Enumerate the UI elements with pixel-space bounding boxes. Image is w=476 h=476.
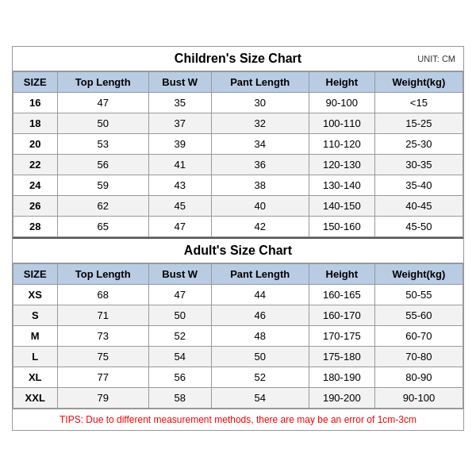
table-cell: 26: [13, 195, 58, 216]
table-row: 28654742150-16045-50: [13, 216, 463, 236]
table-cell: 140-150: [309, 195, 374, 216]
table-cell: 34: [211, 133, 309, 154]
adult-col-top-length: Top Length: [57, 263, 148, 284]
table-cell: 65: [57, 216, 148, 236]
table-cell: 36: [211, 154, 309, 175]
table-row: 18503732100-11015-25: [13, 113, 463, 133]
table-cell: 120-130: [309, 154, 374, 175]
table-row: 20533934110-12025-30: [13, 133, 463, 154]
table-cell: 46: [211, 305, 309, 325]
table-cell: 47: [148, 216, 211, 236]
adult-col-pant: Pant Length: [211, 263, 309, 284]
table-cell: 59: [57, 175, 148, 195]
table-row: 26624540140-15040-45: [13, 195, 463, 216]
table-cell: 62: [57, 195, 148, 216]
table-cell: 80-90: [374, 367, 463, 387]
table-cell: 39: [148, 133, 211, 154]
table-cell: <15: [374, 92, 463, 113]
adult-col-weight: Weight(kg): [374, 263, 463, 284]
adult-col-bust: Bust W: [148, 263, 211, 284]
children-col-pant: Pant Length: [211, 71, 309, 92]
table-cell: 43: [148, 175, 211, 195]
children-unit-label: UNIT: CM: [417, 54, 455, 63]
table-cell: 32: [211, 113, 309, 133]
table-cell: 56: [57, 154, 148, 175]
table-cell: XXL: [13, 387, 58, 408]
adult-chart-title-row: Adult's Size Chart: [13, 239, 463, 263]
size-chart-container: Children's Size Chart UNIT: CM SIZE Top …: [12, 46, 464, 431]
adult-chart-title: Adult's Size Chart: [184, 244, 292, 258]
table-cell: 160-165: [309, 284, 374, 305]
table-cell: 77: [57, 367, 148, 387]
table-cell: 53: [57, 133, 148, 154]
table-cell: 40: [211, 195, 309, 216]
children-header-row: SIZE Top Length Bust W Pant Length Heigh…: [13, 71, 463, 92]
table-cell: S: [13, 305, 58, 325]
table-cell: 90-100: [374, 387, 463, 408]
table-cell: 15-25: [374, 113, 463, 133]
table-cell: 70-80: [374, 346, 463, 367]
adult-chart-section: Adult's Size Chart SIZE Top Length Bust …: [13, 237, 463, 409]
table-cell: 38: [211, 175, 309, 195]
table-cell: 16: [13, 92, 58, 113]
table-cell: 35-40: [374, 175, 463, 195]
table-cell: 100-110: [309, 113, 374, 133]
table-cell: 160-170: [309, 305, 374, 325]
adult-col-size: SIZE: [13, 263, 58, 284]
table-cell: XL: [13, 367, 58, 387]
table-cell: 170-175: [309, 325, 374, 346]
adult-col-height: Height: [309, 263, 374, 284]
table-cell: 90-100: [309, 92, 374, 113]
table-row: 1647353090-100<15: [13, 92, 463, 113]
table-row: XS684744160-16550-55: [13, 284, 463, 305]
table-row: XL775652180-19080-90: [13, 367, 463, 387]
table-cell: 30-35: [374, 154, 463, 175]
table-cell: 42: [211, 216, 309, 236]
children-table: SIZE Top Length Bust W Pant Length Heigh…: [13, 71, 463, 237]
table-cell: 47: [148, 284, 211, 305]
children-col-top-length: Top Length: [57, 71, 148, 92]
table-cell: 54: [148, 346, 211, 367]
table-cell: 110-120: [309, 133, 374, 154]
table-cell: 24: [13, 175, 58, 195]
table-cell: 41: [148, 154, 211, 175]
children-col-size: SIZE: [13, 71, 58, 92]
table-cell: XS: [13, 284, 58, 305]
table-cell: 35: [148, 92, 211, 113]
tips-row: TIPS: Due to different measurement metho…: [13, 409, 463, 430]
table-cell: 130-140: [309, 175, 374, 195]
table-cell: 52: [211, 367, 309, 387]
table-cell: 56: [148, 367, 211, 387]
table-row: M735248170-17560-70: [13, 325, 463, 346]
table-cell: 79: [57, 387, 148, 408]
table-row: XXL795854190-20090-100: [13, 387, 463, 408]
table-cell: 50: [57, 113, 148, 133]
table-cell: 40-45: [374, 195, 463, 216]
table-cell: M: [13, 325, 58, 346]
table-cell: 58: [148, 387, 211, 408]
table-cell: 37: [148, 113, 211, 133]
table-cell: 54: [211, 387, 309, 408]
adult-header-row: SIZE Top Length Bust W Pant Length Heigh…: [13, 263, 463, 284]
table-row: 24594338130-14035-40: [13, 175, 463, 195]
table-cell: 20: [13, 133, 58, 154]
table-cell: 48: [211, 325, 309, 346]
table-cell: 55-60: [374, 305, 463, 325]
children-col-weight: Weight(kg): [374, 71, 463, 92]
children-col-bust: Bust W: [148, 71, 211, 92]
table-row: S715046160-17055-60: [13, 305, 463, 325]
table-cell: 75: [57, 346, 148, 367]
table-cell: 60-70: [374, 325, 463, 346]
table-cell: 22: [13, 154, 58, 175]
tips-text: TIPS: Due to different measurement metho…: [60, 414, 416, 425]
table-row: L755450175-18070-80: [13, 346, 463, 367]
table-row: 22564136120-13030-35: [13, 154, 463, 175]
table-cell: 25-30: [374, 133, 463, 154]
children-col-height: Height: [309, 71, 374, 92]
table-cell: 175-180: [309, 346, 374, 367]
table-cell: 190-200: [309, 387, 374, 408]
table-cell: 45: [148, 195, 211, 216]
table-cell: 52: [148, 325, 211, 346]
table-cell: 71: [57, 305, 148, 325]
children-chart-title-row: Children's Size Chart UNIT: CM: [13, 47, 463, 71]
